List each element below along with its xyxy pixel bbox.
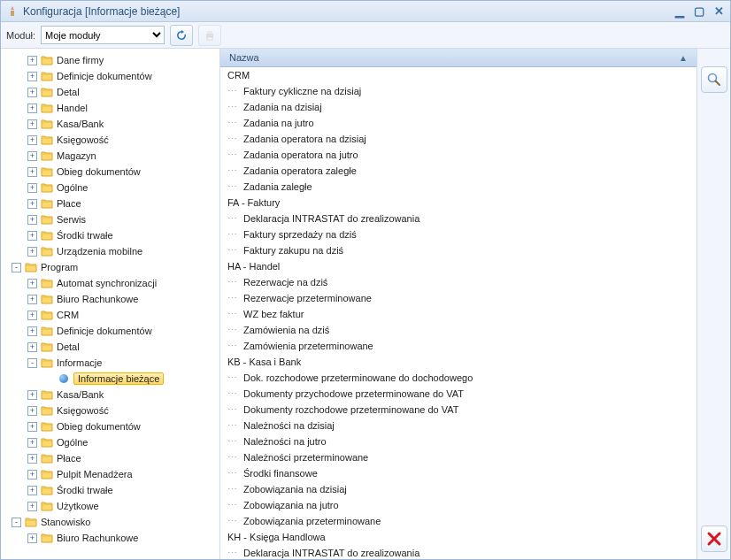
expand-icon[interactable]: + (27, 56, 37, 65)
list-item[interactable]: ⋯Środki finansowe (220, 465, 696, 481)
list-header[interactable]: Nazwa ▲ (220, 49, 696, 67)
expand-icon[interactable]: + (27, 295, 37, 304)
list-item[interactable]: ⋯Zadania operatora na jutro (220, 147, 696, 163)
list-item[interactable]: ⋯Rezerwacje na dziś (220, 274, 696, 290)
tree-item[interactable]: +Definicje dokumentów (6, 323, 219, 339)
tree-scroll[interactable]: +Dane firmy+Definicje dokumentów+Detal+H… (1, 49, 219, 559)
search-button[interactable] (701, 66, 727, 93)
list-item[interactable]: ⋯Zadania operatora na dzisiaj (220, 131, 696, 147)
cancel-button[interactable] (701, 525, 727, 552)
expand-icon[interactable]: + (27, 72, 37, 81)
collapse-icon[interactable]: - (27, 358, 37, 368)
tree-item[interactable]: +Detal (6, 84, 219, 100)
tree-item[interactable]: +Płace (6, 450, 219, 466)
list-item[interactable]: ⋯Zadania na dzisiaj (220, 99, 696, 115)
list-group[interactable]: FA - Faktury (220, 195, 696, 211)
list-body[interactable]: CRM⋯Faktury cykliczne na dzisiaj⋯Zadania… (220, 67, 696, 559)
tree-item[interactable]: +Dane firmy (6, 52, 219, 68)
list-item[interactable]: ⋯Deklaracja INTRASTAT do zrealizowania (220, 211, 696, 226)
list-group[interactable]: HA - Handel (220, 258, 696, 274)
list-item[interactable]: ⋯Zadania zaległe (220, 179, 696, 195)
expand-icon[interactable]: + (27, 199, 37, 209)
tree-item[interactable]: +Kasa/Bank (6, 387, 219, 403)
expand-icon[interactable]: + (27, 533, 37, 543)
tree-item[interactable]: Informacje bieżące (6, 371, 219, 387)
tree-item[interactable]: +Biuro Rachunkowe (6, 530, 219, 546)
tree-item[interactable]: +Kasa/Bank (6, 116, 219, 132)
tree-item[interactable]: +Ogólne (6, 180, 219, 196)
expand-icon[interactable]: + (27, 422, 37, 432)
tree-item[interactable]: +Detal (6, 339, 219, 355)
list-item[interactable]: ⋯Dokumenty przychodowe przeterminowane d… (220, 386, 696, 402)
tree-item[interactable]: +Użytkowe (6, 498, 219, 514)
tree-item[interactable]: +Płace (6, 196, 219, 211)
list-item[interactable]: ⋯Zobowiązania przeterminowane (220, 513, 696, 529)
expand-icon[interactable]: + (27, 183, 37, 193)
refresh-button[interactable] (170, 25, 193, 46)
list-group[interactable]: KH - Księga Handlowa (220, 529, 696, 545)
tree-item[interactable]: +Automat synchronizacji (6, 275, 219, 291)
expand-icon[interactable]: + (27, 135, 37, 145)
tree-item[interactable]: -Stanowisko (6, 514, 219, 530)
expand-icon[interactable]: + (27, 342, 37, 352)
tree-item[interactable]: +Obieg dokumentów (6, 164, 219, 180)
list-item[interactable]: ⋯Zobowiązania na dzisiaj (220, 481, 696, 497)
list-item[interactable]: ⋯Należności na dzisiaj (220, 418, 696, 433)
tree-item[interactable]: +Handel (6, 100, 219, 116)
list-group[interactable]: KB - Kasa i Bank (220, 354, 696, 370)
expand-icon[interactable]: + (27, 88, 37, 97)
expand-icon[interactable]: + (27, 454, 37, 464)
list-item[interactable]: ⋯Zamówienia na dziś (220, 322, 696, 338)
tree-item[interactable]: +Księgowość (6, 132, 219, 148)
expand-icon[interactable]: + (27, 406, 37, 416)
list-item[interactable]: ⋯Faktury cykliczne na dzisiaj (220, 83, 696, 99)
tree-item[interactable]: +Magazyn (6, 148, 219, 164)
maximize-button[interactable]: ▢ (693, 4, 705, 18)
tree-item[interactable]: +Środki trwałe (6, 482, 219, 498)
expand-icon[interactable]: + (27, 311, 37, 320)
expand-icon[interactable]: + (27, 390, 37, 400)
expand-icon[interactable]: + (27, 247, 37, 257)
tree-item[interactable]: -Program (6, 259, 219, 275)
close-button[interactable]: ✕ (712, 4, 725, 18)
list-item[interactable]: ⋯Należności na jutro (220, 433, 696, 449)
expand-icon[interactable]: + (27, 231, 37, 241)
tree-item[interactable]: +Urządzenia mobilne (6, 243, 219, 259)
collapse-icon[interactable]: - (12, 518, 21, 527)
expand-icon[interactable]: + (27, 470, 37, 479)
tree-item[interactable]: +Środki trwałe (6, 227, 219, 243)
list-item[interactable]: ⋯WZ bez faktur (220, 306, 696, 322)
list-item[interactable]: ⋯Faktury sprzedaży na dziś (220, 226, 696, 242)
list-group[interactable]: CRM (220, 67, 696, 83)
expand-icon[interactable]: + (27, 119, 37, 129)
tree-item[interactable]: +Ogólne (6, 434, 219, 450)
list-item[interactable]: ⋯Faktury zakupu na dziś (220, 242, 696, 258)
tree-item[interactable]: +Pulpit Menadżera (6, 466, 219, 482)
list-item[interactable]: ⋯Zobowiązania na jutro (220, 497, 696, 513)
list-item[interactable]: ⋯Zadania operatora zaległe (220, 163, 696, 179)
tree-item[interactable]: +Księgowość (6, 403, 219, 418)
expand-icon[interactable]: + (27, 502, 37, 511)
list-item[interactable]: ⋯Należności przeterminowane (220, 449, 696, 465)
expand-icon[interactable]: + (27, 215, 37, 225)
tree-item[interactable]: +Definicje dokumentów (6, 68, 219, 84)
list-item[interactable]: ⋯Zamówienia przeterminowane (220, 338, 696, 354)
tree-item[interactable]: -Informacje (6, 355, 219, 371)
list-item[interactable]: ⋯Dokumenty rozchodowe przeterminowane do… (220, 402, 696, 418)
list-item[interactable]: ⋯Rezerwacje przeterminowane (220, 290, 696, 306)
tree-item[interactable]: +Biuro Rachunkowe (6, 291, 219, 307)
expand-icon[interactable]: + (27, 486, 37, 495)
minimize-button[interactable]: ▁ (673, 4, 686, 18)
collapse-icon[interactable]: - (12, 263, 21, 272)
list-item[interactable]: ⋯Zadania na jutro (220, 115, 696, 131)
expand-icon[interactable]: + (27, 438, 37, 448)
list-item[interactable]: ⋯Deklaracja INTRASTAT do zrealizowania (220, 545, 696, 559)
expand-icon[interactable]: + (27, 167, 37, 177)
expand-icon[interactable]: + (27, 151, 37, 161)
expand-icon[interactable]: + (27, 279, 37, 288)
tree-item[interactable]: +CRM (6, 307, 219, 323)
expand-icon[interactable]: + (27, 326, 37, 336)
tree-item[interactable]: +Serwis (6, 211, 219, 227)
list-item[interactable]: ⋯Dok. rozchodowe przeterminowane do doch… (220, 370, 696, 386)
module-select[interactable]: Moje moduły (41, 26, 165, 44)
